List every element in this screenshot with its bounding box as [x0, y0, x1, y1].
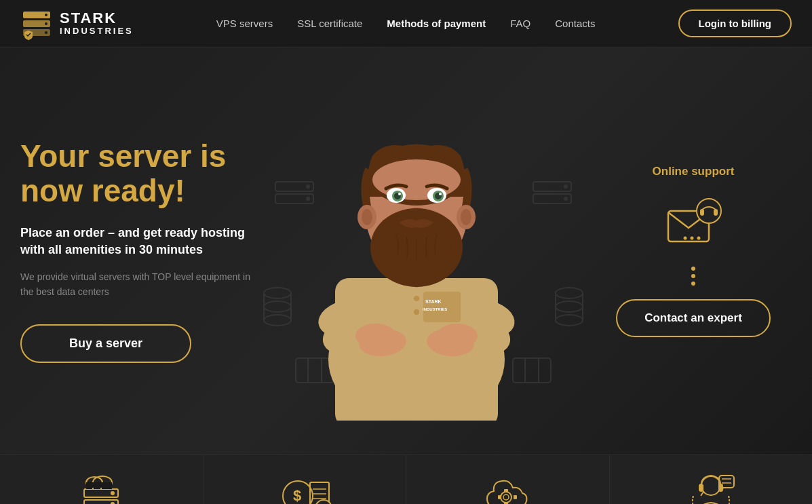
hero-subtitle: Place an order – and get ready hosting w… — [20, 225, 251, 258]
online-support-label: Online support — [653, 165, 735, 178]
svg-rect-68 — [714, 209, 718, 216]
feature-support-bottom — [610, 455, 813, 504]
svg-point-64 — [461, 209, 471, 225]
character-container: STARK INDUSTRIES — [294, 75, 552, 427]
logo: STARK INDUSTRIES — [20, 7, 134, 40]
support-icon-wrap — [663, 192, 724, 253]
servers-icon — [74, 469, 128, 505]
svg-point-62 — [362, 209, 372, 225]
deco-server-mid-left — [260, 286, 294, 327]
svg-rect-103 — [699, 484, 703, 492]
svg-text:$: $ — [293, 487, 301, 504]
svg-rect-97 — [504, 502, 508, 505]
nav-link-vps[interactable]: VPS servers — [216, 18, 273, 29]
svg-rect-67 — [700, 209, 704, 216]
svg-rect-80 — [86, 482, 112, 489]
feature-servers — [0, 455, 204, 504]
features-bar: $ % — [0, 454, 812, 504]
svg-point-94 — [501, 492, 511, 503]
feature-payment: $ % — [204, 455, 407, 504]
svg-rect-99 — [514, 495, 517, 499]
logo-stark: STARK — [60, 10, 134, 26]
svg-line-105 — [701, 492, 703, 496]
nav-links: VPS servers SSL certificate Methods of p… — [216, 18, 596, 30]
hero-right: Online support Conta — [595, 165, 792, 337]
character-illustration: STARK INDUSTRIES — [294, 75, 539, 421]
nav-item-ssl[interactable]: SSL certificate — [297, 18, 362, 30]
contact-expert-button[interactable]: Contact an expert — [616, 299, 771, 337]
svg-point-4 — [45, 22, 47, 25]
svg-point-13 — [564, 197, 568, 201]
svg-point-23 — [556, 301, 583, 312]
svg-point-95 — [503, 495, 509, 500]
svg-point-58 — [398, 193, 401, 195]
svg-point-39 — [355, 324, 396, 348]
hero-center: STARK INDUSTRIES — [251, 75, 595, 427]
nav-item-vps[interactable]: VPS servers — [216, 18, 273, 30]
feature-cloud — [406, 455, 610, 504]
svg-point-22 — [556, 315, 583, 326]
support-dot-2 — [691, 274, 695, 278]
logo-industries: INDUSTRIES — [60, 26, 134, 36]
support-bottom-icon — [684, 469, 738, 505]
svg-point-5 — [45, 31, 47, 34]
svg-point-71 — [697, 236, 700, 239]
svg-point-12 — [564, 185, 568, 189]
support-dot-1 — [691, 267, 695, 271]
hero-left: Your server is now ready! Place an order… — [20, 139, 251, 362]
support-icon — [665, 197, 722, 248]
svg-point-45 — [414, 309, 419, 315]
nav-link-contacts[interactable]: Contacts — [555, 18, 595, 29]
svg-point-70 — [690, 236, 693, 239]
svg-point-102 — [701, 476, 720, 495]
deco-server-mid-right — [552, 286, 586, 327]
svg-text:INDUSTRIES: INDUSTRIES — [423, 307, 447, 311]
hero-description: We provide virtual servers with TOP leve… — [20, 269, 251, 300]
hero-section: Your server is now ready! Place an order… — [0, 47, 812, 454]
svg-point-75 — [111, 491, 115, 495]
svg-point-17 — [264, 315, 291, 326]
nav-link-ssl[interactable]: SSL certificate — [297, 18, 362, 29]
nav-item-faq[interactable]: FAQ — [510, 18, 530, 30]
navbar: STARK INDUSTRIES VPS servers SSL certifi… — [0, 0, 812, 47]
support-dots — [691, 267, 695, 286]
svg-point-3 — [45, 14, 47, 16]
logo-icon — [20, 7, 53, 40]
svg-point-69 — [683, 236, 687, 239]
hero-title: Your server is now ready! — [20, 139, 251, 208]
nav-item-contacts[interactable]: Contacts — [555, 18, 595, 30]
buy-server-button[interactable]: Buy a server — [20, 324, 191, 363]
svg-text:STARK: STARK — [425, 299, 442, 304]
nav-item-payment[interactable]: Methods of payment — [387, 18, 486, 30]
svg-point-76 — [111, 502, 115, 505]
login-button[interactable]: Login to billing — [678, 9, 792, 37]
svg-point-14 — [264, 288, 291, 298]
svg-point-51 — [372, 159, 461, 200]
nav-link-faq[interactable]: FAQ — [510, 18, 530, 29]
svg-point-59 — [439, 193, 442, 195]
cloud-icon — [480, 469, 535, 505]
svg-point-44 — [414, 296, 419, 301]
svg-point-38 — [437, 324, 478, 348]
svg-rect-98 — [498, 495, 501, 499]
payment-icon: $ % — [277, 469, 332, 505]
svg-rect-96 — [504, 489, 508, 492]
logo-text: STARK INDUSTRIES — [60, 10, 134, 36]
nav-link-payment[interactable]: Methods of payment — [387, 18, 486, 29]
support-dot-3 — [691, 282, 695, 286]
svg-point-18 — [264, 301, 291, 312]
svg-point-19 — [556, 288, 583, 298]
